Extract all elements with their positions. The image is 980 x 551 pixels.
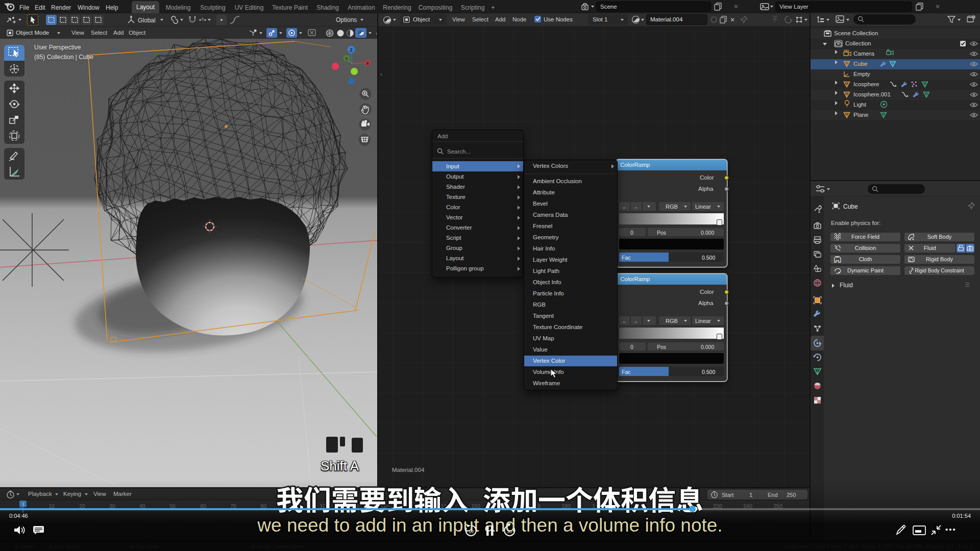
- svg-text:Z: Z: [350, 47, 353, 53]
- svg-text:Y: Y: [345, 57, 348, 61]
- svg-text:30: 30: [507, 529, 512, 534]
- svg-text:X: X: [366, 61, 369, 66]
- svg-text:10: 10: [469, 529, 474, 534]
